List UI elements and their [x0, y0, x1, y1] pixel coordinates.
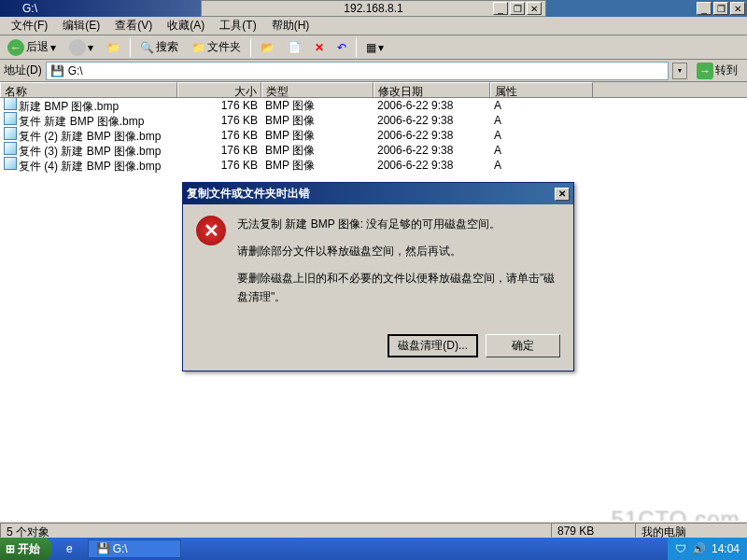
search-icon: 🔍 [140, 41, 154, 54]
dialog-close-button[interactable]: ✕ [555, 188, 570, 201]
file-row[interactable]: 复件 (4) 新建 BMP 图像.bmp176 KBBMP 图像2006-6-2… [0, 158, 747, 173]
dialog-line3: 要删除磁盘上旧的和不必要的文件以便释放磁盘空间，请单击"磁盘清理"。 [237, 270, 560, 305]
dialog-buttons: 磁盘清理(D)... 确定 [183, 327, 573, 371]
status-size: 879 KB [551, 523, 635, 538]
up-button[interactable]: 📁 [103, 39, 124, 56]
start-button[interactable]: ⊞ 开始 [0, 538, 51, 560]
go-arrow-icon: → [697, 63, 713, 79]
dialog-text: 无法复制 新建 BMP 图像: 没有足够的可用磁盘空间。 请删除部分文件以释放磁… [237, 216, 560, 315]
status-location: 我的电脑 [635, 523, 747, 538]
column-size[interactable]: 大小 [177, 82, 261, 97]
inner-window-controls: _ ❐ ✕ [493, 2, 542, 15]
error-dialog: 复制文件或文件夹时出错 ✕ ✕ 无法复制 新建 BMP 图像: 没有足够的可用磁… [182, 182, 574, 371]
dialog-line1: 无法复制 新建 BMP 图像: 没有足够的可用磁盘空间。 [237, 216, 560, 233]
back-button[interactable]: ← 后退 ▾ [4, 37, 60, 58]
move-icon: 📂 [261, 41, 275, 54]
delete-icon: ✕ [315, 41, 324, 54]
menu-help[interactable]: 帮助(H) [264, 16, 317, 35]
menu-file[interactable]: 文件(F) [4, 16, 55, 35]
address-label: 地址(D) [4, 63, 42, 78]
remote-ip: 192.168.8.1 [344, 2, 402, 15]
menu-tools[interactable]: 工具(T) [212, 16, 263, 35]
menu-favorites[interactable]: 收藏(A) [160, 16, 212, 35]
disk-cleanup-button[interactable]: 磁盘清理(D)... [388, 334, 478, 357]
bmp-file-icon [4, 157, 17, 170]
folders-button[interactable]: 📁 文件夹 [188, 37, 245, 57]
copy-icon: 📄 [288, 41, 302, 54]
move-to-button[interactable]: 📂 [257, 39, 278, 56]
forward-button[interactable]: ▾ [65, 37, 97, 58]
minimize-icon[interactable]: _ [697, 2, 712, 15]
separator [250, 38, 251, 57]
undo-button[interactable]: ↶ [333, 39, 350, 56]
delete-button[interactable]: ✕ [311, 39, 328, 56]
address-dropdown[interactable]: ▾ [672, 63, 687, 79]
quick-launch-ie[interactable]: e [59, 539, 80, 558]
dialog-titlebar[interactable]: 复制文件或文件夹时出错 ✕ [183, 183, 573, 204]
column-name[interactable]: 名称 [0, 82, 177, 97]
ok-button[interactable]: 确定 [486, 334, 560, 357]
column-attr[interactable]: 属性 [490, 82, 593, 97]
forward-icon [69, 39, 86, 56]
restore-icon[interactable]: ❐ [713, 2, 728, 15]
address-path: G:\ [68, 64, 83, 77]
views-button[interactable]: ▦ ▾ [362, 39, 388, 56]
folder-up-icon: 📁 [106, 41, 120, 54]
chevron-down-icon: ▾ [88, 41, 93, 54]
dialog-line2: 请删除部分文件以释放磁盘空间，然后再试。 [237, 243, 560, 260]
search-button[interactable]: 🔍 搜索 [136, 37, 182, 57]
bmp-file-icon [4, 112, 17, 125]
address-input[interactable]: 💾 G:\ [46, 62, 669, 80]
chevron-down-icon: ▾ [50, 41, 56, 54]
undo-icon: ↶ [337, 41, 346, 54]
chevron-down-icon: ▾ [378, 41, 384, 54]
error-icon: ✕ [196, 216, 226, 245]
bmp-file-icon [4, 142, 17, 155]
column-date[interactable]: 修改日期 [374, 82, 490, 97]
taskbar-item-explorer[interactable]: 💾 G:\ [88, 539, 181, 558]
tray-icon[interactable]: 🔊 [692, 542, 706, 555]
tray-icon[interactable]: 🛡 [675, 542, 686, 555]
menubar: 文件(F) 编辑(E) 查看(V) 收藏(A) 工具(T) 帮助(H) [0, 17, 747, 35]
bmp-file-icon [4, 98, 17, 110]
folders-icon: 📁 [191, 41, 205, 54]
views-icon: ▦ [366, 41, 376, 54]
statusbar: 5 个对象 879 KB 我的电脑 [0, 521, 747, 538]
taskbar: ⊞ 开始 e 💾 G:\ 🛡 🔊 14:04 [0, 538, 747, 560]
system-tray[interactable]: 🛡 🔊 14:04 [668, 538, 747, 560]
dialog-title: 复制文件或文件夹时出错 [187, 186, 310, 202]
clock[interactable]: 14:04 [712, 542, 740, 555]
bmp-file-icon [4, 127, 17, 140]
separator [130, 38, 131, 57]
close-icon[interactable]: ✕ [527, 2, 542, 15]
close-icon[interactable]: ✕ [730, 2, 745, 15]
menu-edit[interactable]: 编辑(E) [55, 16, 107, 35]
toolbar: ← 后退 ▾ ▾ 📁 🔍 搜索 📁 文件夹 📂 📄 ✕ ↶ ▦ ▾ [0, 35, 747, 60]
menu-view[interactable]: 查看(V) [107, 16, 160, 35]
column-headers: 名称 大小 类型 修改日期 属性 [0, 82, 747, 98]
go-button[interactable]: → 转到 [691, 61, 743, 81]
drive-icon: 💾 [96, 542, 110, 555]
separator [356, 38, 357, 57]
ie-icon: e [66, 542, 73, 555]
addressbar: 地址(D) 💾 G:\ ▾ → 转到 [0, 60, 747, 82]
restore-icon[interactable]: ❐ [510, 2, 525, 15]
drive-icon: 💾 [50, 64, 64, 77]
copy-to-button[interactable]: 📄 [284, 39, 305, 56]
status-objects: 5 个对象 [0, 523, 551, 538]
minimize-icon[interactable]: _ [493, 2, 508, 15]
column-type[interactable]: 类型 [261, 82, 374, 97]
windows-logo-icon: ⊞ [6, 542, 15, 555]
outer-window-controls: _ ❐ ✕ [697, 2, 745, 15]
back-icon: ← [7, 39, 24, 56]
dialog-body: ✕ 无法复制 新建 BMP 图像: 没有足够的可用磁盘空间。 请删除部分文件以释… [183, 204, 573, 327]
